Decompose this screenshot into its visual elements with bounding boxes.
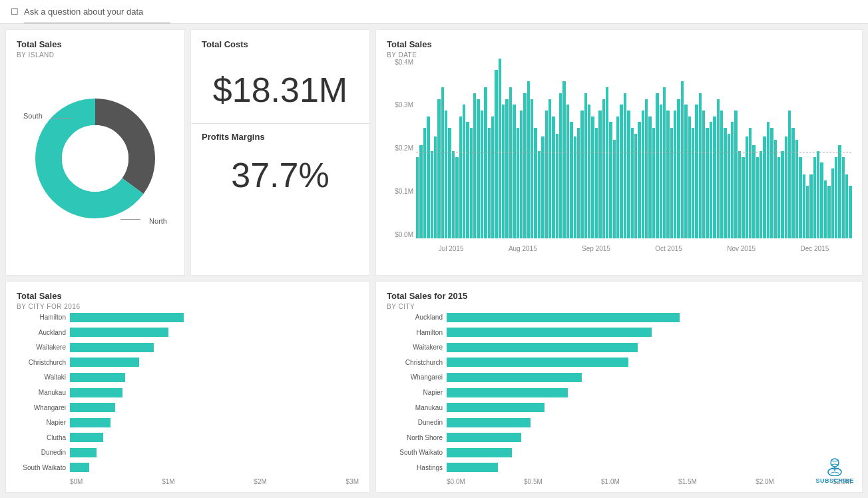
hbar-bar xyxy=(447,388,568,397)
bar xyxy=(791,128,794,238)
donut-label-north: North xyxy=(149,217,167,225)
hbar-row: North Shore xyxy=(387,431,851,443)
bars-area xyxy=(416,59,851,238)
bar xyxy=(760,151,762,238)
hbar-bar xyxy=(70,433,103,442)
hbar-bar xyxy=(447,463,498,472)
bar xyxy=(538,151,541,238)
hbar-row: Whangarei xyxy=(387,372,851,383)
bar xyxy=(473,93,476,238)
hbar-row: Auckland xyxy=(387,312,851,324)
top-bar-label[interactable]: Ask a question about your data xyxy=(24,7,143,17)
bar xyxy=(595,128,598,238)
card-total-sales-island: Total Sales BY ISLAND South North xyxy=(5,29,185,276)
bar xyxy=(663,87,666,238)
reference-line xyxy=(416,152,851,152)
card-subtitle-sales-island: BY ISLAND xyxy=(17,51,174,59)
bar xyxy=(499,59,501,238)
hbar-label: Manukau xyxy=(387,404,447,411)
bar xyxy=(752,145,755,238)
bar xyxy=(738,151,741,238)
bar xyxy=(627,111,630,238)
bar xyxy=(588,105,590,238)
hbar-row: South Waikato xyxy=(17,461,359,473)
big-number-costs: $18.31M xyxy=(202,50,359,123)
bar xyxy=(419,145,422,238)
hbar-bar xyxy=(447,358,628,367)
hbar-label: Hamilton xyxy=(17,314,70,321)
bar xyxy=(799,157,801,238)
donut-line-north xyxy=(120,219,140,220)
bar xyxy=(552,117,554,238)
bar xyxy=(624,93,626,238)
bar xyxy=(835,157,837,238)
bar xyxy=(634,134,637,238)
bar xyxy=(656,93,658,238)
card-title-sales-island: Total Sales xyxy=(17,39,174,50)
bar xyxy=(609,122,612,238)
bar xyxy=(645,99,648,238)
hbar-row: Christchurch xyxy=(17,356,359,368)
bar xyxy=(849,186,851,238)
hbar-label: Napier xyxy=(387,389,447,396)
bar xyxy=(505,99,508,238)
hbar-label: Waitakere xyxy=(387,344,447,351)
bar xyxy=(491,117,494,238)
hbar-bar xyxy=(70,418,110,427)
hbar-bar xyxy=(70,358,139,367)
bar xyxy=(616,117,619,238)
bar xyxy=(559,93,562,238)
hbar-bar xyxy=(447,403,544,412)
bar xyxy=(681,81,684,238)
bar xyxy=(756,157,759,238)
bar xyxy=(660,105,662,238)
donut-line-south xyxy=(51,119,71,119)
hbar-bar xyxy=(447,343,638,352)
hbar-label: Dunedin xyxy=(17,449,70,456)
card-title-costs: Total Costs xyxy=(202,39,359,50)
card-title-profit: Profits Margins xyxy=(202,132,359,142)
subscribe-badge[interactable]: SUBSCRIBE xyxy=(815,457,854,484)
bar xyxy=(734,111,737,238)
bar xyxy=(531,99,533,238)
hbar-row: Napier xyxy=(387,387,851,399)
bar xyxy=(677,99,680,238)
bar xyxy=(777,157,780,238)
bar xyxy=(809,174,812,238)
hbar-bar xyxy=(447,433,521,442)
hbar-row: Napier xyxy=(17,417,359,429)
card-title-city-2015: Total Sales for 2015 xyxy=(387,291,851,302)
card-total-costs: Total Costs $18.31M Profits Margins 37.7… xyxy=(190,29,370,276)
hbar-label: South Waikato xyxy=(17,464,70,471)
bar xyxy=(820,162,823,238)
hbar-bar xyxy=(447,328,652,337)
bar xyxy=(613,140,616,238)
bar xyxy=(731,122,734,238)
bar xyxy=(824,180,827,238)
bar xyxy=(648,117,651,238)
hbar-row: Hamilton xyxy=(17,312,359,324)
hbar-bar xyxy=(70,313,184,322)
bar xyxy=(806,186,809,238)
x-axis: Jul 2015 Aug 2015 Sep 2015 Oct 2015 Nov … xyxy=(416,240,851,258)
hbar-label: Whangarei xyxy=(387,374,447,381)
hbar-bar xyxy=(447,448,512,457)
bar xyxy=(795,140,798,238)
bar xyxy=(523,93,526,238)
bar xyxy=(710,122,712,238)
subscribe-icon xyxy=(824,457,845,476)
hbar-row: Waitakere xyxy=(387,342,851,354)
bar xyxy=(688,117,691,238)
bar xyxy=(638,122,640,238)
bar xyxy=(674,111,676,238)
bar xyxy=(520,111,523,238)
hbar-chart-2015: Auckland Hamilton Waitakere Christchurch… xyxy=(387,310,851,475)
hbar-row: Waitaki xyxy=(17,372,359,383)
bar xyxy=(441,87,444,238)
hbar-label: Christchurch xyxy=(17,359,70,366)
bar xyxy=(713,117,716,238)
hbar-bar xyxy=(70,343,154,352)
donut-label-south: South xyxy=(23,112,43,120)
hbar-label: Dunedin xyxy=(387,419,447,426)
bar xyxy=(827,186,830,238)
